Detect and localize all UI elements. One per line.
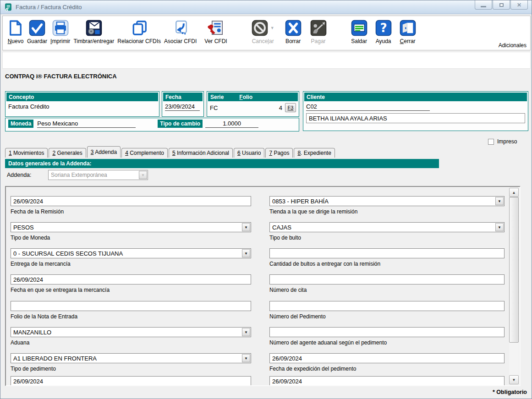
left-field-7-input[interactable]: 26/09/2024 bbox=[11, 376, 251, 386]
field-label: Tipo de Moneda bbox=[11, 235, 251, 241]
right-numero-de-cita-input[interactable] bbox=[269, 274, 505, 284]
adicionales-menu[interactable]: Adicionales bbox=[499, 42, 527, 49]
tab-7-pagos[interactable]: 7 Pagos bbox=[265, 148, 293, 158]
impreso-checkbox[interactable] bbox=[488, 139, 494, 145]
addenda-select-value: Soriana Extemporánea bbox=[51, 172, 107, 178]
left-folio-de-la-nota-de-entrada-input[interactable] bbox=[11, 301, 251, 311]
serie-field[interactable]: FC bbox=[210, 104, 218, 111]
field-label: Fecha de expedición del pedimento bbox=[269, 366, 505, 372]
field-label: Entrega de la mercancía bbox=[11, 261, 251, 267]
serie-folio-group: Serie Folio FC 4 F3 bbox=[207, 91, 299, 117]
close-button[interactable]: ✕ bbox=[510, 0, 528, 10]
tab-2-generales[interactable]: 2 Generales bbox=[49, 148, 86, 158]
restore-button[interactable] bbox=[493, 0, 510, 10]
scrollbar-thumb[interactable] bbox=[509, 197, 519, 343]
tab-5-informacion-adicional[interactable]: 5 Información Adicional bbox=[169, 148, 233, 158]
addenda-select[interactable]: Soriana Extemporánea ▼ bbox=[48, 170, 148, 180]
cliente-code-field[interactable]: C02 bbox=[306, 103, 430, 111]
toolbar-button-ayuda[interactable]: ?Ayuda bbox=[375, 18, 392, 44]
vertical-scrollbar[interactable]: ▲ ▼ bbox=[509, 188, 519, 384]
tab-8-expediente[interactable]: 8. Expediente bbox=[294, 148, 335, 158]
tab-6-usuario[interactable]: 6 Usuario bbox=[234, 148, 264, 158]
tipo-cambio-field[interactable]: 1.0000 bbox=[205, 120, 258, 128]
toolbar-button-label: Cerrar bbox=[400, 38, 416, 44]
right-field-row-1: CAJAS▼Tipo de bulto bbox=[269, 222, 505, 241]
toolbar-button-timbrar-entregar[interactable]: Timbrar/entregar bbox=[73, 18, 114, 44]
toolbar-button-label: Timbrar/entregar bbox=[73, 38, 114, 44]
svg-text:?: ? bbox=[380, 21, 387, 35]
toolbar-button-relacionar-cfdis[interactable]: Relacionar CFDIs bbox=[117, 18, 161, 44]
right-tipo-de-bulto-select[interactable]: CAJAS▼ bbox=[269, 222, 505, 232]
window-title: Factura / Factura Crédito bbox=[16, 4, 82, 11]
right-numero-del-pedimento-input[interactable] bbox=[269, 301, 505, 311]
left-field-row-7: 26/09/2024 bbox=[11, 376, 251, 386]
left-tipo-de-moneda-select[interactable]: PESOS▼ bbox=[11, 222, 251, 232]
toolbar-button-guardar[interactable]: Guardar bbox=[27, 18, 47, 44]
right-cantidad-de-bultos-a-entregar-con-la-remision-input[interactable] bbox=[269, 248, 505, 258]
toolbar-buttons: NuevoGuardarImprimirTimbrar/entregarRela… bbox=[7, 18, 419, 44]
title-bar: Factura / Factura Crédito ✕ bbox=[0, 0, 532, 14]
toolbar-button-cancelar: ▼Cancelar bbox=[252, 18, 274, 44]
toolbar-button-asociar-cfdi[interactable]: Asociar CFDI bbox=[164, 18, 197, 44]
toolbar-button-ver-cfdi[interactable]: Ver CFDI bbox=[204, 18, 227, 44]
cliente-header: Cliente bbox=[304, 93, 527, 101]
chevron-down-icon[interactable]: ▼ bbox=[242, 354, 250, 362]
moneda-field[interactable]: Peso Mexicano bbox=[37, 120, 136, 128]
toolbar-button-saldar[interactable]: Saldar bbox=[351, 18, 367, 44]
addenda-section-header: Datos generales de la Addenda: bbox=[5, 159, 439, 168]
left-entrega-de-la-mercancia-select[interactable]: 0 - SUCURSAL CEDIS SECOS TIJUANA▼ bbox=[11, 248, 251, 258]
field-value: 26/09/2024 bbox=[270, 354, 504, 362]
left-field-row-5: MANZANILLO▼Aduana bbox=[11, 327, 251, 346]
addenda-fields-panel: 26/09/2024Fecha de la RemisiónPESOS▼Tipo… bbox=[5, 186, 521, 386]
field-label: Número del agente aduanal según el pedim… bbox=[269, 339, 505, 346]
minimize-button[interactable] bbox=[475, 0, 492, 10]
right-fecha-de-expedicion-del-pedimento-input[interactable]: 26/09/2024 bbox=[269, 353, 505, 363]
chevron-down-icon[interactable]: ▼ bbox=[495, 197, 504, 205]
tab-3-addenda[interactable]: 3 Addenda bbox=[87, 146, 121, 158]
scroll-up-icon[interactable]: ▲ bbox=[509, 188, 519, 197]
help-icon: ? bbox=[375, 20, 392, 36]
obligatorio-note: * Obligatorio bbox=[493, 389, 527, 395]
concepto-value: Factura Crédito bbox=[5, 102, 159, 111]
f3-button[interactable]: F3 bbox=[285, 103, 296, 112]
minimize-icon bbox=[481, 6, 486, 7]
right-field-row-6: 26/09/2024Fecha de expedición del pedime… bbox=[269, 353, 505, 372]
chevron-down-icon[interactable]: ▼ bbox=[242, 249, 250, 257]
associate-cfdi-icon bbox=[172, 20, 189, 36]
new-document-icon bbox=[7, 20, 24, 36]
field-label: Cantidad de bultos a entregar con la rem… bbox=[269, 261, 505, 267]
left-field-row-6: A1 LIBERADO EN FRONTERA▼Tipo de pediment… bbox=[11, 353, 251, 372]
settle-icon bbox=[351, 20, 367, 36]
cliente-name-field[interactable]: BETHA ILIANA AYALA ARIAS bbox=[306, 113, 525, 123]
fecha-field[interactable]: 23/09/2024 bbox=[165, 103, 200, 111]
addenda-label: Addenda: bbox=[7, 172, 32, 178]
tab-1-movimientos[interactable]: 1 Movimientos bbox=[5, 148, 48, 158]
toolbar-button-imprimir[interactable]: Imprimir bbox=[50, 18, 70, 44]
right-tienda-a-la-que-se-dirige-la-remision-select[interactable]: 0853 - HIPER BAHÍA▼ bbox=[269, 196, 505, 206]
folio-header: Folio bbox=[239, 94, 252, 100]
app-document-icon bbox=[4, 3, 12, 11]
toolbar-button-cerrar[interactable]: Cerrar bbox=[400, 18, 416, 44]
serie-header: Serie bbox=[210, 94, 224, 100]
toolbar-button-nuevo[interactable]: Nuevo bbox=[7, 18, 24, 44]
chevron-down-icon[interactable]: ▼ bbox=[242, 328, 250, 336]
left-fecha-en-que-se-entregara-la-mercancia-input[interactable]: 26/09/2024 bbox=[11, 274, 251, 284]
left-tipo-de-pedimento-select[interactable]: A1 LIBERADO EN FRONTERA▼ bbox=[11, 353, 251, 363]
field-value bbox=[270, 328, 504, 329]
left-fecha-de-la-remision-input[interactable]: 26/09/2024 bbox=[11, 196, 251, 206]
delete-x-icon bbox=[285, 20, 302, 36]
relate-cfdis-icon bbox=[131, 20, 148, 36]
folio-field[interactable]: 4 bbox=[279, 104, 285, 111]
tab-4-complemento[interactable]: 4 Complemento bbox=[121, 148, 168, 158]
chevron-down-icon[interactable]: ▼ bbox=[242, 223, 250, 231]
right-field-7-input[interactable]: 26/09/2024 bbox=[269, 376, 505, 386]
concepto-group: Concepto Factura Crédito bbox=[5, 91, 159, 117]
right-numero-del-agente-aduanal-segun-el-pedimento-input[interactable] bbox=[269, 327, 505, 337]
scroll-down-icon[interactable]: ▼ bbox=[509, 375, 519, 384]
toolbar-button-borrar[interactable]: Borrar bbox=[285, 18, 302, 44]
chevron-down-icon[interactable]: ▼ bbox=[495, 223, 504, 231]
left-aduana-select[interactable]: MANZANILLO▼ bbox=[11, 327, 251, 337]
field-label: Tipo de pedimento bbox=[11, 366, 251, 372]
right-field-row-3: Número de cita bbox=[269, 274, 505, 293]
right-field-row-7: 26/09/2024 bbox=[269, 376, 505, 386]
